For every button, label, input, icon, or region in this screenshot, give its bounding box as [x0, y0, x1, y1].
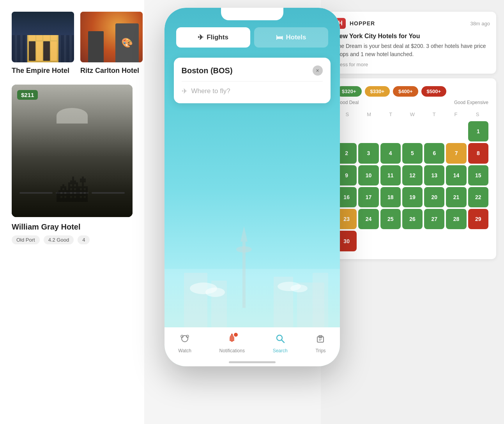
cal-cell-16[interactable]: 11 — [380, 165, 401, 186]
tab-hotels[interactable]: 🛏 Hotels — [254, 27, 328, 48]
svg-marker-2 — [241, 226, 248, 242]
hotel-card-william[interactable]: $211 William Gray Hotel Old Port 4.2 Goo… — [12, 85, 133, 244]
nav-notifications[interactable]: Notifications — [219, 334, 245, 353]
home-indicator — [229, 361, 276, 363]
cal-cell-40 — [446, 231, 466, 251]
flights-icon: ✈ — [198, 33, 203, 42]
trips-label: Trips — [315, 348, 325, 353]
cal-cell-2 — [380, 121, 401, 141]
cal-cell-3 — [402, 121, 423, 141]
close-button[interactable]: × — [313, 65, 323, 76]
hotel-card-empire[interactable]: The Empire Hotel — [12, 12, 74, 75]
svg-point-3 — [236, 246, 252, 253]
hotels-icon: 🛏 — [276, 34, 283, 42]
empire-hotel-name: The Empire Hotel — [12, 66, 74, 75]
origin-text: Boston (BOS) — [182, 66, 233, 75]
tag-count: 4 — [78, 235, 90, 244]
hotels-label: Hotels — [286, 34, 306, 41]
cal-cell-29[interactable]: 24 — [358, 209, 378, 229]
phone-wrapper: ✈ Flights 🛏 Hotels Boston (BOS) × — [164, 8, 340, 366]
right-panel: H HOPPER 38m ago New York City Hotels fo… — [321, 0, 504, 424]
cal-cell-5 — [446, 121, 466, 141]
cal-cell-8[interactable]: 3 — [358, 143, 378, 163]
notif-header: H HOPPER 38m ago — [335, 18, 490, 29]
calendar-card: $320+ $330+ $400+ $500+ Good Deal Good E… — [329, 78, 496, 259]
cal-cell-38 — [402, 231, 423, 251]
william-hotel-name: William Gray Hotel — [12, 223, 133, 231]
cal-cell-11[interactable]: 6 — [424, 143, 444, 163]
cal-cell-19[interactable]: 14 — [446, 165, 466, 186]
cal-cell-9[interactable]: 4 — [380, 143, 401, 163]
plane-icon: ✈ — [182, 87, 187, 95]
hotel-tags: Old Port 4.2 Good 4 — [12, 235, 133, 244]
day-sat: S — [467, 110, 488, 119]
svg-point-10 — [205, 288, 225, 297]
hotel-top-row: The Empire Hotel 🎨 Ritz Carlton Hotel — [0, 0, 144, 75]
cal-cell-24[interactable]: 19 — [402, 187, 423, 207]
svg-point-16 — [231, 334, 233, 335]
notif-title: New York City Hotels for You — [335, 33, 490, 40]
price-label-right: Good Expensive — [454, 100, 488, 105]
nav-trips[interactable]: Trips — [315, 334, 325, 353]
cal-cell-1 — [358, 121, 378, 141]
nav-search[interactable]: Search — [273, 334, 288, 353]
day-fri: F — [445, 110, 467, 119]
tab-flights[interactable]: ✈ Flights — [176, 27, 250, 48]
tag-location: Old Port — [12, 235, 40, 244]
calendar-header: S M T W T F S — [336, 110, 488, 119]
cal-cell-20[interactable]: 15 — [468, 165, 488, 186]
price-pill-330[interactable]: $330+ — [365, 86, 390, 97]
cal-cell-25[interactable]: 20 — [424, 187, 444, 207]
day-tue: T — [380, 110, 401, 119]
svg-rect-4 — [184, 273, 207, 327]
cal-cell-33[interactable]: 28 — [446, 209, 466, 229]
tag-rating: 4.2 Good — [44, 235, 74, 244]
cal-cell-13[interactable]: 8 — [468, 143, 488, 163]
notif-time: 38m ago — [470, 21, 490, 26]
cal-cell-27[interactable]: 22 — [468, 187, 488, 207]
skyline-illustration — [164, 210, 340, 327]
cal-cell-22[interactable]: 17 — [358, 187, 378, 207]
cal-cell-34[interactable]: 29 — [468, 209, 488, 229]
search-icon — [275, 334, 285, 346]
hotel-card-ritz[interactable]: 🎨 Ritz Carlton Hotel — [80, 12, 143, 75]
svg-point-12 — [290, 284, 308, 292]
cal-cell-36 — [358, 231, 378, 251]
price-label-left: Good Deal — [336, 100, 359, 105]
cal-cell-32[interactable]: 27 — [424, 209, 444, 229]
notif-body: The Dream is your best deal at $200. 3 o… — [335, 42, 490, 58]
notification-card[interactable]: H HOPPER 38m ago New York City Hotels fo… — [329, 12, 496, 74]
tab-bar-top: ✈ Flights 🛏 Hotels — [176, 27, 328, 48]
cal-cell-23[interactable]: 18 — [380, 187, 401, 207]
cal-cell-10[interactable]: 5 — [402, 143, 423, 163]
cal-cell-31[interactable]: 26 — [402, 209, 423, 229]
day-mon: M — [358, 110, 380, 119]
cal-cell-12[interactable]: 7 — [446, 143, 466, 163]
cal-cell-15[interactable]: 10 — [358, 165, 378, 186]
day-thu: T — [423, 110, 445, 119]
cal-cell-17[interactable]: 12 — [402, 165, 423, 186]
cal-cell-30[interactable]: 25 — [380, 209, 401, 229]
price-badge: $211 — [17, 90, 38, 100]
destination-row[interactable]: ✈ Where to fly? — [182, 87, 323, 95]
cal-cell-6[interactable]: 1 — [468, 121, 488, 141]
search-origin-row: Boston (BOS) × — [182, 65, 323, 76]
cal-cell-26[interactable]: 21 — [446, 187, 466, 207]
svg-line-18 — [281, 340, 284, 343]
price-legend: $320+ $330+ $400+ $500+ — [336, 86, 488, 97]
bottom-nav: Watch Notifications — [164, 327, 340, 366]
close-icon: × — [316, 67, 319, 74]
notifications-icon — [227, 334, 237, 346]
svg-rect-8 — [313, 273, 328, 327]
price-range-labels: Good Deal Good Expensive — [336, 100, 488, 105]
cal-cell-39 — [424, 231, 444, 251]
watch-label: Watch — [178, 348, 191, 353]
nav-watch[interactable]: Watch — [178, 334, 191, 353]
price-pill-500[interactable]: $500+ — [421, 86, 447, 97]
cal-cell-18[interactable]: 13 — [424, 165, 444, 186]
calendar-grid: 1234567891011121314151617181920212223242… — [336, 121, 488, 251]
price-pill-400[interactable]: $400+ — [393, 86, 418, 97]
price-pill-320[interactable]: $320+ — [336, 86, 362, 97]
cal-cell-37 — [380, 231, 401, 251]
phone-outer: ✈ Flights 🛏 Hotels Boston (BOS) × — [164, 8, 340, 366]
